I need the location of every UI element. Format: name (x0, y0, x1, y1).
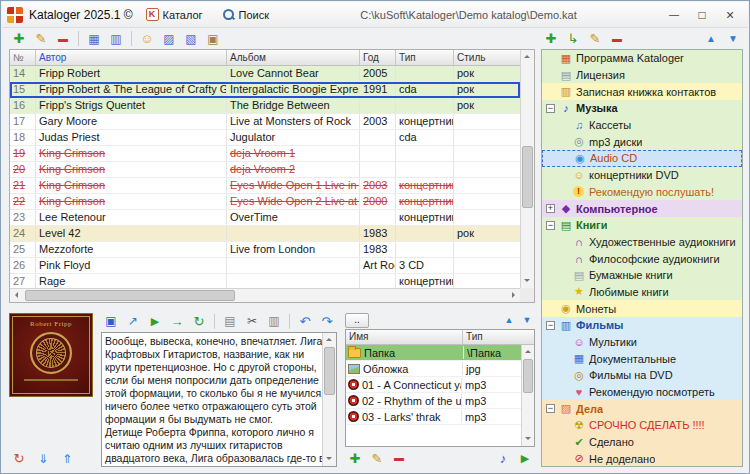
file-row[interactable]: 03 - Larks' thrakmp3 (346, 409, 521, 425)
table-row[interactable]: 19King Crimsondeja Vroom 1 (10, 146, 520, 162)
tree-item-tasks[interactable]: −▨Дела (542, 400, 742, 417)
table-row[interactable]: 26Pink FloydArt Roc3 CD (10, 258, 520, 274)
files-vscroll-thumb[interactable] (523, 359, 533, 393)
tree-item-movies[interactable]: −▥Фильмы (542, 317, 742, 334)
copy-button[interactable]: ▤ (220, 311, 240, 331)
export-review-button[interactable]: → (167, 311, 187, 331)
tree-item-mp3-disks[interactable]: ◎mp3 диски (542, 133, 742, 150)
tree-item-coins[interactable]: ◉Монеты (542, 300, 742, 317)
table-row[interactable]: 15Fripp Robert & The League of Crafty Gu… (10, 82, 520, 98)
table-row[interactable]: 22King CrimsonEyes Wide Open 2 Live at t… (10, 194, 520, 210)
review-textarea[interactable]: Вообще, вывеска, конечно, впечатляет. Ли… (102, 333, 322, 466)
tree-item-cartoons[interactable]: ☺Мультики (542, 334, 742, 351)
scroll-left-arrow-icon[interactable] (11, 289, 23, 301)
table-hscroll-thumb[interactable] (25, 290, 235, 301)
maximize-button[interactable]: □ (689, 6, 715, 24)
table-row[interactable]: 24Level 421983рок (10, 226, 520, 242)
move-record-button[interactable]: ▦ (84, 29, 104, 49)
file-row[interactable]: Обложкаjpg (346, 361, 521, 377)
table-row[interactable]: 17Gary MooreLive at Monsters of Rock2003… (10, 114, 520, 130)
tree-item-music[interactable]: −♪Музыка (542, 100, 742, 117)
tree-item-urgent-todo[interactable]: ☢СРОЧНО СДЕЛАТЬ !!!! (542, 417, 742, 434)
delete-file-button[interactable]: ▬ (389, 448, 409, 468)
scroll-up-arrow-icon[interactable] (521, 51, 533, 63)
table-columns-button[interactable]: ▥ (106, 29, 126, 49)
table-row[interactable]: 18Judas PriestJugulatorcda (10, 130, 520, 146)
column-header-year[interactable]: Год (360, 50, 396, 65)
add-record-button[interactable]: ✚ (9, 29, 29, 49)
file-row[interactable]: Папка\Папка (346, 345, 521, 361)
tree-item-done[interactable]: ✔Сделано (542, 434, 742, 451)
scroll-down-arrow-icon[interactable] (522, 433, 534, 445)
scroll-down-arrow-icon[interactable] (323, 453, 335, 465)
save-review-button[interactable]: ▣ (101, 311, 121, 331)
file-row[interactable]: 01 - A Connecticut yankmp3 (346, 377, 521, 393)
scroll-right-arrow-icon[interactable] (507, 289, 519, 301)
table-row[interactable]: 27Rageконцертник (10, 274, 520, 288)
up-directory-button[interactable]: .. (345, 313, 369, 328)
paste-button[interactable]: ▥ (264, 311, 284, 331)
file-row[interactable]: 02 - Rhythm of the univmp3 (346, 393, 521, 409)
column-header-num[interactable]: № (10, 50, 36, 65)
tree-item-contacts[interactable]: ▥Записная книжка контактов (542, 83, 742, 100)
minimize-button[interactable]: — (661, 6, 687, 24)
tree-item-dvd-movies[interactable]: ◎Фильмы на DVD (542, 367, 742, 384)
scroll-down-arrow-icon[interactable] (521, 275, 533, 287)
save-cover-button[interactable]: ⇑ (57, 449, 77, 469)
tree-item-program[interactable]: ▦Программа Kataloger (542, 50, 742, 67)
play-button[interactable]: ▶ (145, 311, 165, 331)
column-header-type[interactable]: Тип (396, 50, 454, 65)
table-date-button[interactable]: ▧ (181, 29, 201, 49)
expander-minus-icon[interactable]: − (546, 104, 555, 113)
undo-button[interactable]: ↶ (295, 311, 315, 331)
table-search-button[interactable]: ▨ (159, 29, 179, 49)
add-file-button[interactable]: ✚ (345, 448, 365, 468)
load-cover-button[interactable]: ⇓ (33, 449, 53, 469)
refresh-cover-button[interactable]: ↻ (9, 449, 29, 469)
tree-item-documentary[interactable]: ▦Документальные (542, 350, 742, 367)
tree-item-listen-recommend[interactable]: !Рекомендую послушать! (542, 184, 742, 201)
expander-minus-icon[interactable]: − (546, 321, 555, 330)
table-row[interactable]: 23Lee RetenourOverTimeконцертник (10, 210, 520, 226)
edit-record-button[interactable]: ✎ (31, 29, 51, 49)
table-row[interactable]: 20King Crimsondeja Vroom 2 (10, 162, 520, 178)
album-cover[interactable]: Robert Fripp (9, 313, 93, 397)
files-vscrollbar[interactable] (521, 345, 534, 446)
delete-category-button[interactable]: ▬ (607, 29, 627, 49)
files-sort-down-button[interactable]: ▼ (519, 312, 535, 328)
table-row[interactable]: 16Fripp's Strigs QuentetThe Bridge Betwe… (10, 98, 520, 114)
tree-item-fiction-audiobooks[interactable]: ∩Художественные аудиокниги (542, 234, 742, 251)
tree-item-philosophy-audiobooks[interactable]: ∩Философские аудиокниги (542, 250, 742, 267)
close-button[interactable]: × (717, 6, 743, 24)
mood-button[interactable]: ☺ (137, 29, 157, 49)
scroll-up-arrow-icon[interactable] (323, 334, 335, 346)
tree-item-computer[interactable]: +◆Компьютерное (542, 200, 742, 217)
redo-button[interactable]: ↷ (317, 311, 337, 331)
expander-minus-icon[interactable]: − (546, 404, 555, 413)
tree-item-watch-recommend[interactable]: ♥Рекомендую посмотреть (542, 384, 742, 401)
table-row[interactable]: 21King CrimsonEyes Wide Open 1 Live in J… (10, 178, 520, 194)
tree-item-not-done[interactable]: ⊘Не доделано (542, 451, 742, 468)
expander-minus-icon[interactable]: − (546, 221, 555, 230)
scroll-up-arrow-icon[interactable] (522, 346, 534, 358)
tree-item-paper-books[interactable]: ▤Бумажные книги (542, 267, 742, 284)
move-category-down-button[interactable]: ▼ (723, 29, 743, 49)
tree-item-concert-dvd[interactable]: ☺концертники DVD (542, 167, 742, 184)
search-menu-button[interactable]: Поиск (216, 7, 276, 23)
table-row[interactable]: 14Fripp RobertLove Cannot Bear2005рок (10, 66, 520, 82)
edit-category-button[interactable]: ✎ (585, 29, 605, 49)
open-review-button[interactable]: ↗ (123, 311, 143, 331)
table-vscrollbar[interactable] (520, 50, 534, 288)
add-category-button[interactable]: ✚ (541, 29, 561, 49)
refresh-review-button[interactable]: ↻ (189, 311, 209, 331)
edit-file-button[interactable]: ✎ (367, 448, 387, 468)
catalog-menu-button[interactable]: K Каталог (139, 6, 210, 23)
table-row[interactable]: 25MezzoforteLive from London1983 (10, 242, 520, 258)
tree-item-audio-cd[interactable]: ◉Audio CD (542, 150, 742, 167)
expander-plus-icon[interactable]: + (546, 204, 555, 213)
move-category-up-button[interactable]: ▲ (701, 29, 721, 49)
tree-item-cassettes[interactable]: ♫Кассеты (542, 117, 742, 134)
files-sort-up-button[interactable]: ▲ (501, 312, 517, 328)
column-header-author[interactable]: Автор (36, 50, 227, 65)
tree-item-favorite-books[interactable]: ★Любимые книги (542, 284, 742, 301)
